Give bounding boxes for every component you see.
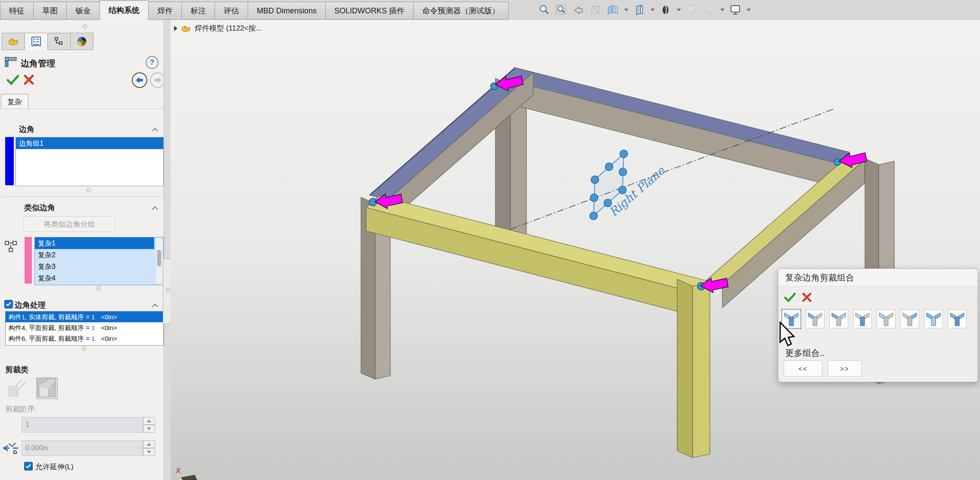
corner-combination-option-8[interactable] bbox=[948, 309, 967, 328]
treatment-checkbox[interactable] bbox=[4, 300, 13, 309]
corner-combination-option-2[interactable] bbox=[806, 309, 824, 328]
view-settings-dropdown-icon[interactable] bbox=[747, 9, 751, 11]
list-item[interactable]: 边角组1 bbox=[16, 137, 163, 149]
list-item[interactable]: 复杂1 bbox=[35, 237, 154, 249]
treatment-list: 构件1, 实体剪裁, 剪裁顺序 = 1<0in> 构件4, 平面剪裁, 剪裁顺序… bbox=[5, 311, 164, 346]
beam-front-leg[interactable] bbox=[677, 279, 693, 458]
view-orientation-dropdown-icon[interactable] bbox=[650, 9, 655, 11]
tab-features[interactable]: 特征 bbox=[0, 2, 33, 20]
zoom-area-icon[interactable] bbox=[555, 3, 568, 16]
treatment-collapse-icon[interactable] bbox=[152, 302, 159, 309]
right-plane-indicator[interactable]: Right Plane bbox=[590, 150, 668, 220]
tab-addins[interactable]: SOLIDWORKS 插件 bbox=[325, 2, 413, 20]
bodies-trim-icon bbox=[7, 377, 28, 398]
property-manager-tab[interactable] bbox=[25, 33, 47, 50]
row-text: 构件6, 平面剪裁, 剪裁顺序 = bbox=[9, 335, 91, 342]
corner-combination-option-3[interactable] bbox=[829, 309, 848, 328]
previous-page-button[interactable]: << bbox=[784, 360, 822, 377]
similar-list-resize-grip[interactable] bbox=[96, 286, 101, 290]
panel-title: 边角管理 bbox=[21, 58, 55, 69]
scene-dropdown-icon[interactable] bbox=[720, 9, 725, 11]
tab-divider bbox=[0, 109, 164, 109]
gap-icon-letter: G bbox=[13, 449, 17, 455]
check-mark-icon bbox=[26, 464, 31, 468]
popup-cancel-icon[interactable] bbox=[802, 292, 812, 304]
tab-mbd-dimensions[interactable]: MBD Dimensions bbox=[248, 2, 325, 20]
display-style-dropdown-icon[interactable] bbox=[624, 9, 628, 11]
tab-annotation[interactable]: 标注 bbox=[181, 2, 215, 20]
corner-combination-option-6[interactable] bbox=[900, 309, 919, 328]
gap-input bbox=[22, 440, 143, 456]
solidworks-window: 特征 草图 钣金 结构系统 焊件 标注 评估 MBD Dimensions SO… bbox=[0, 0, 980, 480]
help-icon[interactable]: ? bbox=[146, 56, 159, 69]
treatment-row[interactable]: 构件6, 平面剪裁, 剪裁顺序 = 1<0in> bbox=[6, 333, 163, 344]
beam-back-right-rail-side[interactable] bbox=[505, 79, 837, 187]
trim-type-label: 剪裁类 bbox=[5, 365, 28, 375]
cancel-icon[interactable] bbox=[23, 74, 34, 87]
hide-show-dropdown-icon[interactable] bbox=[677, 9, 681, 11]
zoom-in-icon[interactable] bbox=[538, 3, 551, 16]
list-item[interactable]: 复杂2 bbox=[35, 249, 154, 261]
row-gap: <0in> bbox=[95, 313, 117, 321]
previous-corner-button[interactable] bbox=[132, 72, 147, 88]
tab-structure-system[interactable]: 结构系统 bbox=[100, 0, 148, 20]
group-similar-corners-button: 将类似边角分组 bbox=[23, 216, 115, 232]
corner-combination-option-7[interactable] bbox=[924, 309, 943, 328]
popup-ok-icon[interactable] bbox=[784, 291, 796, 305]
property-form-icon bbox=[31, 36, 42, 47]
manager-tab-strip bbox=[2, 33, 93, 50]
display-style-icon[interactable] bbox=[607, 3, 619, 16]
part-icon bbox=[8, 36, 19, 47]
row-gap: <0in> bbox=[95, 324, 117, 331]
treatment-list-resize-grip[interactable] bbox=[82, 346, 86, 351]
more-combinations-link[interactable]: 更多组合.. bbox=[785, 347, 824, 359]
corner-section-title: 边角 bbox=[19, 124, 34, 134]
corner-list-resize-grip[interactable] bbox=[87, 188, 91, 192]
beam-front-left-rail[interactable] bbox=[366, 196, 709, 293]
previous-view-icon[interactable] bbox=[572, 3, 585, 16]
scrollbar-track[interactable] bbox=[156, 238, 162, 284]
panel-resize-grip[interactable] bbox=[83, 24, 87, 28]
feature-manager-tab[interactable] bbox=[2, 33, 25, 50]
sphere-icon bbox=[76, 36, 87, 47]
weldment-model-canvas[interactable]: Right Plane X bbox=[171, 20, 980, 480]
list-item[interactable]: 复杂4 bbox=[35, 272, 154, 284]
tab-sketch[interactable]: 草图 bbox=[33, 2, 66, 20]
forward-arrow-icon bbox=[154, 77, 162, 83]
similar-collapse-icon[interactable] bbox=[152, 204, 159, 212]
corner-management-icon bbox=[4, 56, 17, 70]
trim-order-input bbox=[22, 417, 143, 433]
view-orientation-icon[interactable] bbox=[633, 3, 646, 16]
headsup-toolbar bbox=[538, 2, 751, 18]
beam-front-leg[interactable] bbox=[693, 283, 710, 458]
mouse-cursor-icon bbox=[779, 321, 796, 347]
tab-command-predictor[interactable]: 命令预测器（测试版） bbox=[413, 2, 509, 20]
tab-sheetmetal[interactable]: 钣金 bbox=[66, 2, 100, 20]
back-arrow-icon bbox=[136, 77, 143, 83]
complex-tab[interactable]: 复杂 bbox=[1, 94, 28, 109]
beam-front-right-rail[interactable] bbox=[706, 156, 865, 284]
section-view-icon bbox=[589, 3, 602, 16]
ok-icon[interactable] bbox=[6, 73, 20, 88]
tab-weldments[interactable]: 焊件 bbox=[148, 2, 181, 20]
treatment-row[interactable]: 构件1, 实体剪裁, 剪裁顺序 = 1<0in> bbox=[6, 312, 163, 322]
corner-point[interactable] bbox=[834, 159, 841, 165]
dimxpert-manager-tab[interactable] bbox=[70, 33, 93, 50]
list-item[interactable]: 复杂3 bbox=[35, 261, 154, 272]
corner-combination-option-5[interactable] bbox=[877, 309, 896, 328]
corner-combination-option-4[interactable] bbox=[853, 309, 872, 328]
beam-front-left-rail-side[interactable] bbox=[366, 208, 696, 316]
next-page-button[interactable]: >> bbox=[828, 360, 862, 377]
configuration-icon bbox=[53, 36, 65, 47]
graphics-viewport[interactable]: 焊件模型 (1122<按... bbox=[171, 20, 980, 480]
treatment-row[interactable]: 构件4, 平面剪裁, 剪裁顺序 = 1<0in> bbox=[6, 322, 163, 333]
view-settings-icon[interactable] bbox=[729, 3, 742, 16]
hide-show-icon[interactable] bbox=[659, 3, 672, 16]
configuration-manager-tab[interactable] bbox=[47, 33, 70, 50]
scrollbar-thumb[interactable] bbox=[157, 250, 161, 266]
check-mark-icon bbox=[6, 302, 11, 306]
row-gap: <0in> bbox=[95, 335, 117, 342]
tab-evaluate[interactable]: 评估 bbox=[215, 2, 248, 20]
corner-collapse-icon[interactable] bbox=[152, 126, 159, 134]
allow-extension-checkbox[interactable] bbox=[24, 462, 33, 471]
